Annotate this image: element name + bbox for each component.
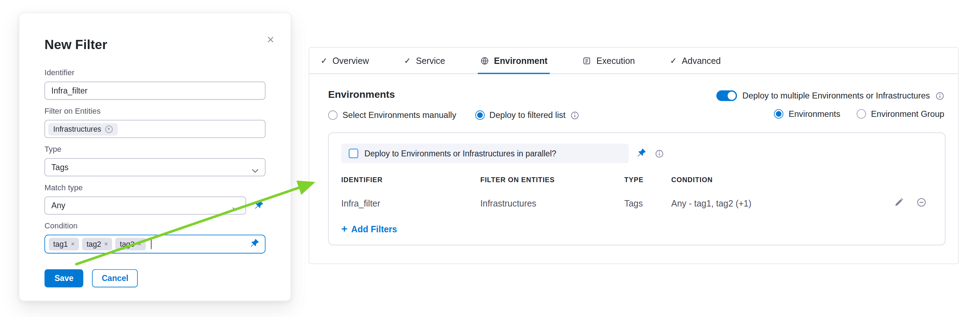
tag-remove-icon[interactable]: × [138,241,141,247]
condition-field: Condition tag1 × tag2 × tag3 × [45,221,265,253]
radio-environment-group[interactable]: Environment Group [857,109,944,118]
entity-chip: Infrastructures × [48,123,118,136]
column-header-filter-on-entities: FILTER ON ENTITIES [480,176,624,183]
table-cell-filter-on-entities: Infrastructures [480,199,624,208]
screenshot-canvas: × New Filter Identifier Filter on Entiti… [0,0,980,317]
identifier-field: Identifier [45,69,265,100]
info-icon[interactable] [935,91,944,100]
pin-icon [254,200,264,211]
radio-icon [475,110,484,120]
environment-tab-content: Environments Select Environments manuall… [309,74,958,245]
radio-icon [857,109,866,118]
match-type-select-value: Any [51,201,65,210]
minus-circle-icon [916,198,926,209]
pin-icon [636,148,646,159]
table-cell-identifier: Infra_filter [341,199,480,208]
edit-filter-button[interactable] [891,196,906,211]
stage-tabbar: ✓ Overview ✓ Service Environment [309,48,958,74]
parallel-checkbox-label: Deploy to Environments or Infrastructure… [364,149,557,158]
match-type-label: Match type [45,183,265,193]
radio-label: Environment Group [871,109,944,118]
pencil-icon [894,198,904,209]
table-cell-condition: Any - tag1, tag2 (+1) [671,199,891,208]
tab-overview[interactable]: ✓ Overview [318,48,372,74]
tab-label: Environment [494,55,547,65]
match-type-select[interactable]: Any [45,196,246,215]
save-button[interactable]: Save [45,269,83,288]
plus-icon: + [341,223,348,234]
chevron-down-icon [252,165,259,170]
chip-remove-glyph: × [107,126,110,131]
chip-remove-icon[interactable]: × [105,125,112,133]
radio-deploy-to-filtered-list[interactable]: Deploy to filtered list [475,110,579,120]
tag-remove-icon[interactable]: × [71,241,75,247]
identifier-label: Identifier [45,69,265,78]
tab-label: Overview [332,55,369,65]
info-icon[interactable] [571,111,579,120]
tag-remove-icon[interactable]: × [104,241,108,247]
chevron-down-icon [232,203,239,208]
radio-icon [328,110,337,120]
tab-label: Service [416,55,445,65]
close-icon: × [267,32,274,46]
type-select-value: Tags [51,162,69,172]
add-filters-label: Add Filters [351,224,397,234]
column-header-type: TYPE [624,176,671,183]
radio-select-environments-manually[interactable]: Select Environments manually [328,110,456,120]
condition-tag-chip: tag2 × [82,238,112,251]
radio-label: Select Environments manually [342,110,456,120]
table-cell-type: Tags [624,199,671,208]
deploy-parallel-option: Deploy to Environments or Infrastructure… [341,144,629,163]
match-type-pin-button[interactable] [252,199,266,213]
info-icon[interactable] [655,149,663,158]
entity-chip-label: Infrastructures [53,125,101,133]
column-header-identifier: IDENTIFIER [341,176,480,183]
environment-filters-card: Deploy to Environments or Infrastructure… [328,132,945,245]
execution-tab-icon [583,56,592,65]
identifier-input[interactable] [45,82,265,100]
filter-on-entities-label: Filter on Entities [45,107,265,116]
tab-label: Advanced [682,55,721,65]
match-type-field: Match type Any [45,183,265,215]
radio-label: Environments [789,109,840,118]
remove-filter-button[interactable] [914,196,929,211]
check-icon: ✓ [670,56,677,65]
radio-environments[interactable]: Environments [774,109,840,118]
tab-service[interactable]: ✓ Service [402,48,448,74]
environments-heading: Environments [328,89,579,100]
environments-left-header: Environments Select Environments manuall… [328,89,579,120]
toggle-label: Deploy to multiple Environments or Infra… [743,91,930,101]
filters-table: IDENTIFIER FILTER ON ENTITIES TYPE CONDI… [341,176,932,211]
tag-label: tag3 [120,240,135,248]
condition-tag-chip: tag1 × [49,238,79,251]
add-filters-button[interactable]: + Add Filters [341,223,397,234]
type-select[interactable]: Tags [45,158,265,176]
radio-label: Deploy to filtered list [489,110,565,120]
modal-title: New Filter [45,37,265,52]
condition-pin-button[interactable] [247,237,261,251]
parallel-checkbox[interactable] [349,149,358,158]
text-cursor [151,239,151,249]
filter-on-entities-input[interactable]: Infrastructures × [45,120,265,138]
condition-tag-chip: tag3 × [116,238,146,251]
deploy-multiple-toggle[interactable] [716,90,737,101]
close-button[interactable]: × [264,31,277,48]
condition-label: Condition [45,221,265,231]
tag-label: tag2 [87,240,102,248]
new-filter-modal: × New Filter Identifier Filter on Entiti… [19,13,291,301]
check-icon: ✓ [404,56,411,65]
cancel-button[interactable]: Cancel [92,269,138,288]
tab-environment[interactable]: Environment [478,48,550,74]
filter-on-entities-field: Filter on Entities Infrastructures × [45,107,265,138]
pin-icon [250,238,259,250]
parallel-pin-button[interactable] [635,146,648,160]
environment-tab-icon [480,56,489,65]
tab-advanced[interactable]: ✓ Advanced [668,48,724,74]
environments-right-header: Deploy to multiple Environments or Infra… [716,89,944,118]
column-header-condition: CONDITION [671,176,891,183]
type-field: Type Tags [45,145,265,176]
check-icon: ✓ [321,56,327,65]
tab-execution[interactable]: Execution [580,48,638,74]
tab-label: Execution [597,55,635,65]
condition-input[interactable]: tag1 × tag2 × tag3 × [45,235,265,253]
